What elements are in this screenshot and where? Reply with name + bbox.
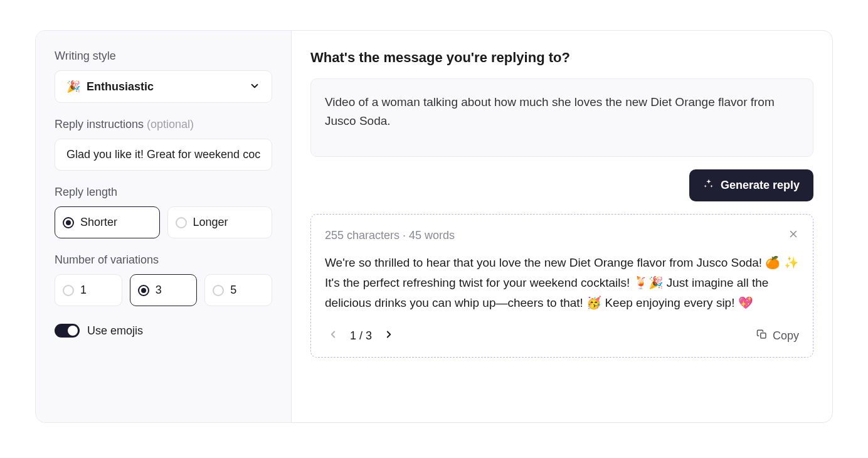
result-meta-row: 255 characters · 45 words (325, 228, 799, 243)
pager-prev-button[interactable] (325, 329, 341, 343)
radio-icon (63, 285, 74, 296)
writing-style-value: 🎉 Enthusiastic (66, 80, 154, 93)
result-pager: 1 / 3 (325, 329, 397, 343)
copy-button[interactable]: Copy (756, 329, 799, 343)
settings-sidebar: Writing style 🎉 Enthusiastic Reply instr… (36, 31, 292, 422)
svg-rect-2 (761, 333, 766, 338)
chevron-right-icon (383, 330, 394, 343)
variations-option-label: 5 (230, 284, 236, 297)
variations-option-label: 1 (80, 284, 87, 297)
pager-current: 1 (350, 329, 356, 342)
chevron-down-icon (249, 80, 260, 93)
use-emojis-label: Use emojis (87, 324, 143, 338)
radio-icon (138, 285, 149, 296)
result-text: We're so thrilled to hear that you love … (325, 253, 799, 314)
close-icon (788, 230, 799, 242)
variations-option-label: 3 (156, 284, 162, 297)
use-emojis-row: Use emojis (55, 324, 272, 338)
radio-icon (63, 217, 74, 228)
toggle-knob (68, 326, 78, 336)
reply-length-longer[interactable]: Longer (167, 206, 273, 238)
radio-icon (176, 217, 187, 228)
reply-instructions-label: Reply instructions (optional) (55, 118, 272, 131)
reply-length-option-label: Shorter (80, 216, 117, 229)
generate-reply-label: Generate reply (721, 179, 800, 192)
result-footer: 1 / 3 Copy (325, 329, 799, 343)
variations-3[interactable]: 3 (130, 274, 198, 306)
variations-1[interactable]: 1 (55, 274, 122, 306)
result-card: 255 characters · 45 words We're so thril… (310, 214, 813, 358)
source-message-box[interactable]: Video of a woman talking about how much … (310, 78, 813, 157)
app-container: Writing style 🎉 Enthusiastic Reply instr… (35, 30, 833, 423)
variations-5[interactable]: 5 (204, 274, 272, 306)
result-meta: 255 characters · 45 words (325, 229, 455, 242)
sparkles-icon (703, 178, 714, 193)
close-result-button[interactable] (788, 228, 799, 243)
party-popper-icon: 🎉 (66, 80, 80, 93)
pager-position: 1 / 3 (350, 329, 372, 343)
copy-icon (756, 329, 768, 343)
reply-length-option-label: Longer (193, 216, 228, 229)
pager-sep: / (356, 329, 366, 342)
writing-style-label: Writing style (55, 50, 272, 63)
variations-section: Number of variations 1 3 5 (55, 253, 272, 306)
reply-length-label: Reply length (55, 186, 272, 199)
reply-length-shorter[interactable]: Shorter (55, 206, 160, 238)
writing-style-select[interactable]: 🎉 Enthusiastic (55, 70, 272, 103)
writing-style-section: Writing style 🎉 Enthusiastic (55, 50, 272, 103)
main-heading: What's the message you're replying to? (310, 50, 813, 66)
source-message-text: Video of a woman talking about how much … (325, 95, 775, 127)
main-panel: What's the message you're replying to? V… (292, 31, 832, 422)
reply-length-options: Shorter Longer (55, 206, 272, 238)
use-emojis-toggle[interactable] (55, 324, 80, 338)
pager-total: 3 (366, 329, 372, 342)
generate-reply-button[interactable]: Generate reply (689, 169, 813, 201)
reply-instructions-input[interactable] (55, 139, 272, 171)
reply-instructions-section: Reply instructions (optional) (55, 118, 272, 171)
variations-label: Number of variations (55, 253, 272, 267)
pager-next-button[interactable] (381, 329, 397, 343)
copy-label: Copy (773, 329, 799, 343)
radio-icon (213, 285, 224, 296)
reply-length-section: Reply length Shorter Longer (55, 186, 272, 238)
chevron-left-icon (327, 330, 339, 343)
variations-options: 1 3 5 (55, 274, 272, 306)
writing-style-text: Enthusiastic (87, 80, 154, 93)
generate-row: Generate reply (310, 169, 813, 201)
